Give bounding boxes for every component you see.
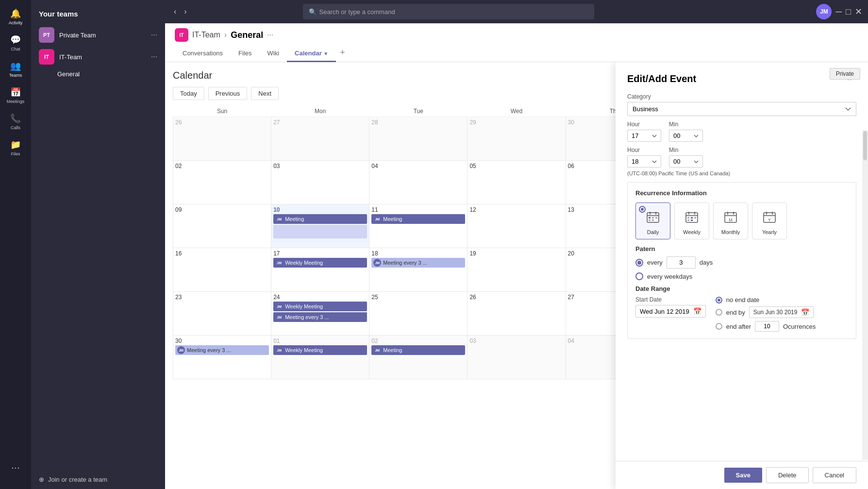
day-jun11[interactable]: 11 JM Meeting: [369, 204, 467, 248]
nav-more[interactable]: ⋯: [4, 456, 27, 479]
event-weekly-meeting-jul1[interactable]: JM Weekly Meeting: [273, 345, 367, 355]
chat-icon: 💬: [10, 34, 21, 45]
nav-activity[interactable]: 🔔 Activity: [4, 5, 27, 28]
day-jun19[interactable]: 19: [467, 248, 566, 292]
day-jun9[interactable]: 09: [173, 204, 271, 248]
day-jun5[interactable]: 05: [467, 161, 566, 204]
day-jun12[interactable]: 12: [467, 204, 566, 248]
start-time-row: Hour 17 18 Min 00 15 30 45: [627, 121, 856, 142]
event-meeting-jul2[interactable]: JM Meeting: [371, 345, 465, 355]
end-by-date-input[interactable]: Sun Jun 30 2019 📅: [749, 306, 814, 318]
day-jul1[interactable]: 01 JM Weekly Meeting: [271, 336, 369, 379]
event-meeting-every3-jun18[interactable]: JM Meeting every 3 ...: [371, 258, 465, 268]
team-more-pt[interactable]: ···: [151, 31, 157, 39]
tab-wiki[interactable]: Wiki: [260, 46, 287, 62]
pattern-radio-every[interactable]: [635, 259, 643, 267]
nav-teams[interactable]: 👥 Teams: [4, 57, 27, 81]
channel-item-general[interactable]: General: [31, 68, 165, 80]
tab-calendar[interactable]: Calendar ▼: [287, 46, 336, 62]
day-may28[interactable]: 28: [369, 117, 467, 161]
calendar-dropdown-icon: ▼: [323, 51, 328, 56]
day-jun25[interactable]: 25: [369, 292, 467, 336]
day-jun10[interactable]: 10 JM Meeting: [271, 204, 369, 248]
maximize-button[interactable]: □: [846, 7, 851, 17]
end-hour-select[interactable]: 18 19: [627, 155, 661, 168]
start-hour-select[interactable]: 17 18: [627, 130, 661, 142]
yearly-label: Yearly: [762, 229, 777, 235]
forward-arrow[interactable]: ›: [181, 5, 189, 18]
event-meeting-jun10[interactable]: JM Meeting: [273, 214, 367, 224]
day-jun17[interactable]: 17 JM Weekly Meeting: [271, 248, 369, 292]
channel-options-button[interactable]: ···: [267, 31, 273, 39]
rec-option-yearly[interactable]: Y Yearly: [752, 202, 787, 239]
day-jun2[interactable]: 02: [173, 161, 271, 204]
date-range-content: Start Date Wed Jun 12 2019 📅: [635, 296, 848, 332]
back-arrow[interactable]: ‹: [171, 5, 179, 18]
nav-meetings[interactable]: 📅 Meetings: [4, 84, 27, 107]
team-item-it[interactable]: IT IT-Team ···: [33, 46, 163, 67]
day-jun3[interactable]: 03: [271, 161, 369, 204]
day-header-sun: Sun: [173, 106, 271, 117]
breadcrumb: IT IT-Team › General ···: [175, 28, 858, 42]
close-window-button[interactable]: ✕: [855, 6, 862, 17]
event-panel-scrollbar[interactable]: [862, 130, 868, 460]
event-weekly-meeting-jun24[interactable]: JM Weekly Meeting: [273, 302, 367, 311]
rec-option-monthly[interactable]: M Monthly: [713, 202, 748, 239]
end-date-radio-group: no end date end by Sun Jun 30 2019 📅: [716, 296, 816, 332]
day-jun23[interactable]: 23: [173, 292, 271, 336]
event-meeting-every3-jun24[interactable]: JM Meeting every 3 ...: [273, 312, 367, 322]
event-meeting-jun11[interactable]: JM Meeting: [371, 214, 465, 224]
start-date-input[interactable]: Wed Jun 12 2019 📅: [635, 305, 706, 318]
category-select[interactable]: Business Personal Holiday Other: [627, 102, 856, 116]
rec-option-weekly[interactable]: Weekly: [674, 202, 709, 239]
day-jun26[interactable]: 26: [467, 292, 566, 336]
start-min-select[interactable]: 00 15 30 45: [669, 130, 703, 142]
next-button[interactable]: Next: [251, 87, 279, 100]
cancel-button[interactable]: Cancel: [813, 467, 856, 483]
day-jun4[interactable]: 04: [369, 161, 467, 204]
end-after-radio[interactable]: [716, 323, 722, 330]
event-meeting-every3-jun30[interactable]: JM Meeting every 3 ...: [175, 345, 269, 355]
daily-calendar-icon: [646, 211, 660, 227]
event-panel-footer: Save Delete Cancel: [616, 461, 868, 489]
nav-calls[interactable]: 📞 Calls: [4, 110, 27, 133]
add-tab-button[interactable]: +: [336, 46, 349, 62]
day-may29[interactable]: 29: [467, 117, 566, 161]
tab-files[interactable]: Files: [231, 46, 259, 62]
day-jun18[interactable]: 18 JM Meeting every 3 ...: [369, 248, 467, 292]
pattern-every-input[interactable]: [667, 256, 696, 269]
today-button[interactable]: Today: [173, 87, 204, 100]
tab-conversations[interactable]: Conversations: [175, 46, 231, 62]
weekly-calendar-icon: [685, 211, 699, 227]
team-more-it[interactable]: ···: [151, 52, 157, 61]
end-by-calendar-icon[interactable]: 📅: [801, 308, 809, 316]
end-min-select[interactable]: 00 15 30 45: [669, 155, 703, 168]
no-end-date-radio[interactable]: [716, 297, 722, 304]
end-by-radio[interactable]: [716, 309, 722, 316]
nav-chat[interactable]: 💬 Chat: [4, 31, 27, 54]
end-after-input[interactable]: [755, 321, 779, 332]
scrollbar-thumb[interactable]: [863, 131, 867, 160]
day-jul3[interactable]: 03: [467, 336, 566, 379]
start-date-calendar-icon[interactable]: 📅: [693, 307, 701, 315]
pattern-radio-weekdays[interactable]: [635, 272, 643, 280]
search-bar[interactable]: 🔍 Search or type a command: [303, 4, 594, 19]
event-weekly-meeting-jun17[interactable]: JM Weekly Meeting: [273, 258, 367, 268]
delete-button[interactable]: Delete: [766, 467, 809, 483]
teams-icon: 👥: [10, 61, 21, 71]
day-jun16[interactable]: 16: [173, 248, 271, 292]
team-item-pt[interactable]: PT Private Team ···: [33, 24, 163, 46]
rec-option-daily[interactable]: Daily: [635, 202, 670, 239]
svg-rect-14: [691, 217, 693, 219]
nav-files[interactable]: 📁 Files: [4, 136, 27, 159]
minimize-button[interactable]: ─: [835, 7, 842, 17]
timezone-text: (UTC-08:00) Pacific Time (US and Canada): [627, 170, 856, 176]
day-jun30[interactable]: 30 JM Meeting every 3 ...: [173, 336, 271, 379]
day-may26[interactable]: 26: [173, 117, 271, 161]
previous-button[interactable]: Previous: [208, 87, 248, 100]
day-jul2[interactable]: 02 JM Meeting: [369, 336, 467, 379]
user-avatar[interactable]: JM: [816, 4, 832, 19]
day-jun24[interactable]: 24 JM Weekly Meeting JM Meeting every 3 …: [271, 292, 369, 336]
save-button[interactable]: Save: [724, 468, 762, 483]
day-may27[interactable]: 27: [271, 117, 369, 161]
